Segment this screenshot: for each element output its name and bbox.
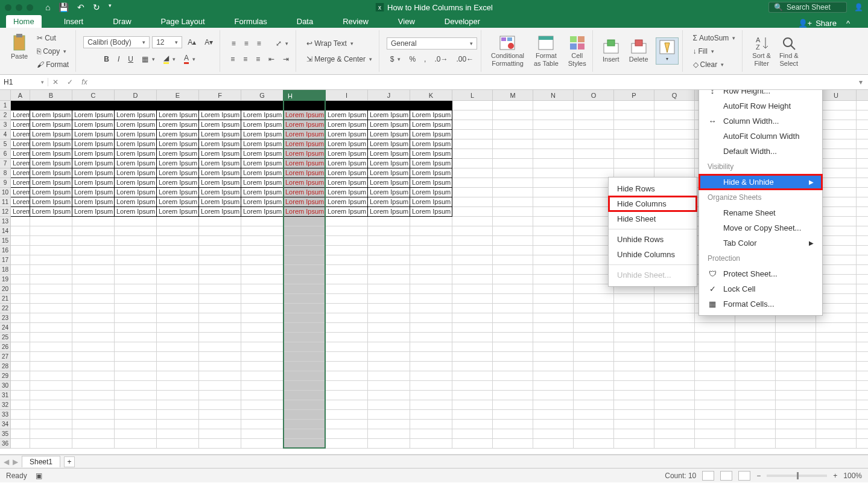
font-size-select[interactable]: 12	[152, 36, 182, 48]
format-cells-button[interactable]: ▾	[656, 37, 679, 64]
cell[interactable]: Lorem Ipsum	[30, 168, 72, 178]
cell[interactable]: Lorem Ipsum	[199, 168, 241, 178]
cell[interactable]	[493, 255, 533, 265]
maximize-window-icon[interactable]	[27, 4, 33, 11]
cell[interactable]	[72, 371, 115, 381]
cell[interactable]	[695, 429, 735, 439]
copy-button[interactable]: ⎘Copy	[34, 45, 72, 57]
align-middle-button[interactable]: ≡	[241, 37, 252, 50]
cell[interactable]	[493, 139, 533, 149]
row-header-13[interactable]: 13	[0, 217, 11, 226]
cell[interactable]	[72, 352, 115, 362]
cell[interactable]	[695, 323, 735, 333]
cell[interactable]	[199, 342, 241, 352]
cell[interactable]: Lorem Ipsum	[199, 139, 241, 149]
row-header-26[interactable]: 26	[0, 342, 11, 352]
merge-center-button[interactable]: ⇲Merge & Center	[303, 53, 375, 65]
cell[interactable]	[326, 429, 368, 439]
tab-review[interactable]: Review	[335, 15, 376, 28]
row-header-22[interactable]: 22	[0, 304, 11, 313]
cell[interactable]	[115, 226, 157, 236]
row-header-23[interactable]: 23	[0, 313, 11, 323]
cell[interactable]	[368, 333, 410, 342]
cell[interactable]	[30, 381, 72, 391]
cell[interactable]	[574, 420, 614, 429]
cell[interactable]	[614, 110, 654, 120]
cell[interactable]	[284, 265, 326, 275]
cell[interactable]	[11, 101, 30, 110]
cancel-formula-button[interactable]: ✕	[48, 78, 63, 86]
cell[interactable]	[241, 429, 284, 439]
cell[interactable]	[410, 333, 452, 342]
cell[interactable]	[614, 439, 654, 449]
cell[interactable]	[157, 101, 199, 110]
cell[interactable]	[816, 429, 857, 439]
cell[interactable]	[857, 323, 868, 333]
fx-button[interactable]: fx	[77, 78, 92, 86]
cell[interactable]	[776, 420, 816, 429]
cell[interactable]	[533, 342, 574, 352]
cell[interactable]: Lorem Ipsum	[326, 188, 368, 197]
cell[interactable]	[654, 371, 695, 381]
cell[interactable]	[735, 323, 776, 333]
cell[interactable]	[695, 420, 735, 429]
cell[interactable]	[452, 149, 493, 159]
cell[interactable]: Lorem Ipsum	[410, 188, 452, 197]
column-header-I[interactable]: I	[326, 90, 368, 101]
cell[interactable]	[452, 400, 493, 410]
cell[interactable]	[72, 410, 115, 420]
cell[interactable]	[654, 139, 695, 149]
cell[interactable]: Lorem Ipsum	[284, 159, 326, 168]
cell[interactable]	[493, 420, 533, 429]
accounting-button[interactable]: $	[387, 53, 404, 65]
cell[interactable]	[30, 391, 72, 400]
increase-decimal-button[interactable]: .0→	[431, 53, 451, 65]
cell[interactable]	[493, 352, 533, 362]
submenu-item-unhide-columns[interactable]: Unhide Columns	[609, 247, 697, 262]
cell[interactable]	[452, 130, 493, 139]
cell[interactable]	[493, 236, 533, 246]
cell[interactable]	[410, 294, 452, 304]
cell[interactable]	[654, 439, 695, 449]
cell[interactable]	[30, 101, 72, 110]
cell[interactable]: Lorem Ipsum	[410, 197, 452, 207]
cell[interactable]	[857, 159, 868, 168]
cell[interactable]	[654, 333, 695, 342]
wrap-text-button[interactable]: ↩Wrap Text	[303, 37, 356, 50]
cell[interactable]	[115, 420, 157, 429]
cell[interactable]: Lorem Ipsum	[199, 149, 241, 159]
cell[interactable]	[284, 275, 326, 284]
cell[interactable]	[199, 217, 241, 226]
row-header-20[interactable]: 20	[0, 284, 11, 294]
cell[interactable]	[368, 304, 410, 313]
cell[interactable]	[654, 294, 695, 304]
cell[interactable]	[493, 371, 533, 381]
cell[interactable]	[368, 246, 410, 255]
cell[interactable]	[72, 333, 115, 342]
align-center-button[interactable]: ≡	[240, 53, 250, 65]
cell[interactable]	[11, 265, 30, 275]
cell[interactable]	[452, 410, 493, 420]
cell[interactable]: Lorem Ipsum	[368, 110, 410, 120]
cell[interactable]	[30, 265, 72, 275]
cell[interactable]	[533, 304, 574, 313]
cell[interactable]	[326, 255, 368, 265]
cell[interactable]	[284, 313, 326, 323]
cell[interactable]	[493, 275, 533, 284]
cell[interactable]	[452, 197, 493, 207]
cell[interactable]	[72, 381, 115, 391]
cell[interactable]	[776, 352, 816, 362]
cell[interactable]	[533, 294, 574, 304]
cell[interactable]	[574, 101, 614, 110]
cell[interactable]: Lorem Ipsum	[326, 110, 368, 120]
decrease-decimal-button[interactable]: .00←	[453, 53, 477, 65]
cell[interactable]	[735, 439, 776, 449]
cell[interactable]	[533, 226, 574, 236]
collapse-ribbon-icon[interactable]: ^	[846, 19, 850, 28]
cell[interactable]	[326, 101, 368, 110]
menu-item-row-height-[interactable]: ↕Row Height...	[699, 90, 822, 98]
cell[interactable]	[241, 265, 284, 275]
cell[interactable]	[574, 130, 614, 139]
cell[interactable]: Lorem Ipsum	[157, 159, 199, 168]
cell[interactable]: Lorem Ipsum	[72, 120, 115, 130]
